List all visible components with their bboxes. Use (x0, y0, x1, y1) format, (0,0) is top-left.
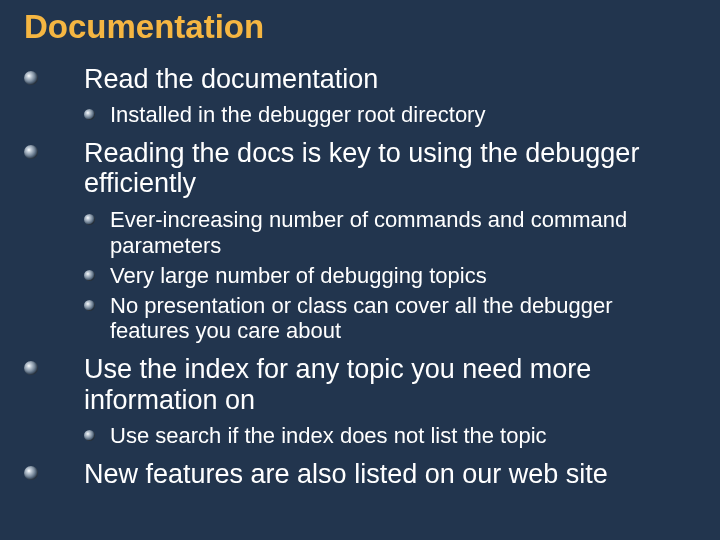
bullet-icon (84, 214, 95, 225)
bullet-icon (24, 466, 38, 480)
list-item: New features are also listed on our web … (24, 459, 696, 489)
level1-item: New features are also listed on our web … (54, 459, 696, 489)
list-item: Read the documentation Installed in the … (24, 64, 696, 128)
bullet-icon (84, 270, 95, 281)
level1-item: Reading the docs is key to using the deb… (54, 138, 696, 198)
bullet-icon (84, 430, 95, 441)
level2-item: Very large number of debugging topics (84, 263, 696, 289)
list-item: Use the index for any topic you need mor… (24, 354, 696, 448)
level1-item: Read the documentation (54, 64, 696, 94)
level2-text: Use search if the index does not list th… (110, 423, 547, 448)
level1-text: Read the documentation (84, 64, 378, 94)
level2-item: Ever-increasing number of commands and c… (84, 207, 696, 259)
level2-text: No presentation or class can cover all t… (110, 293, 613, 344)
bullet-icon (24, 71, 38, 85)
bullet-list: Read the documentation Installed in the … (24, 64, 696, 489)
level1-item: Use the index for any topic you need mor… (54, 354, 696, 414)
slide-title: Documentation (24, 8, 696, 46)
level1-text: New features are also listed on our web … (84, 459, 608, 489)
level2-item: No presentation or class can cover all t… (84, 293, 696, 345)
list-item: Reading the docs is key to using the deb… (24, 138, 696, 344)
bullet-icon (24, 361, 38, 375)
bullet-icon (84, 109, 95, 120)
level2-item: Use search if the index does not list th… (84, 423, 696, 449)
level2-item: Installed in the debugger root directory (84, 102, 696, 128)
level2-text: Very large number of debugging topics (110, 263, 487, 288)
level1-text: Reading the docs is key to using the deb… (84, 138, 639, 198)
slide: Documentation Read the documentation Ins… (0, 0, 720, 540)
bullet-icon (84, 300, 95, 311)
level2-text: Installed in the debugger root directory (110, 102, 485, 127)
level1-text: Use the index for any topic you need mor… (84, 354, 591, 414)
level2-text: Ever-increasing number of commands and c… (110, 207, 627, 258)
bullet-icon (24, 145, 38, 159)
